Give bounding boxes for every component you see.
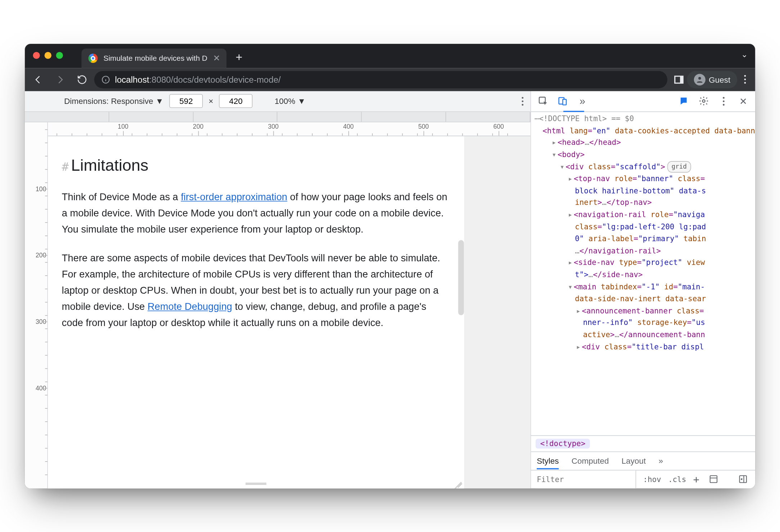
- new-tab-button[interactable]: +: [236, 51, 242, 64]
- devtools-close-button[interactable]: ✕: [735, 94, 750, 109]
- vertical-ruler: 100 200 300 400: [25, 122, 48, 488]
- ruler-tick: 400: [343, 123, 354, 130]
- side-panel-button[interactable]: [674, 75, 684, 83]
- ruler-tick: 600: [493, 123, 504, 130]
- devtools-toolbar: » ✕: [531, 91, 755, 112]
- viewport-canvas: #Limitations Think of Device Mode as a f…: [48, 136, 530, 489]
- resize-handle-bottom[interactable]: [246, 482, 267, 485]
- computed-styles-icon[interactable]: [706, 472, 721, 487]
- ruler-tick: 500: [418, 123, 428, 130]
- profile-button[interactable]: Guest: [687, 71, 737, 88]
- devtools-pane: » ✕ ⋯<!DOCTYPE html> == $0 <html lang="e…: [531, 91, 755, 488]
- svg-rect-6: [563, 100, 566, 105]
- browser-toolbar: localhost:8080/docs/devtools/device-mode…: [25, 68, 755, 91]
- page-paragraph: There are some aspects of mobile devices…: [62, 251, 448, 331]
- elements-tree[interactable]: ⋯<!DOCTYPE html> == $0 <html lang="en" d…: [531, 112, 755, 435]
- grid-badge[interactable]: grid: [667, 161, 691, 172]
- width-input[interactable]: [169, 94, 203, 108]
- height-input[interactable]: [219, 94, 253, 108]
- svg-point-7: [702, 100, 705, 102]
- device-mode-pane: Dimensions: Responsive ▼ × 100% ▼: [25, 91, 531, 488]
- browser-window: Simulate mobile devices with D ✕ + ⌄: [25, 44, 755, 489]
- simulated-page[interactable]: #Limitations Think of Device Mode as a f…: [48, 136, 464, 489]
- whats-new-icon[interactable]: [677, 94, 692, 109]
- content-area: Dimensions: Responsive ▼ × 100% ▼: [25, 91, 755, 488]
- remote-debugging-link[interactable]: Remote Debugging: [148, 302, 232, 313]
- styles-toolbar: :hov .cls +: [531, 470, 755, 488]
- svg-point-3: [698, 77, 700, 79]
- device-toolbar: Dimensions: Responsive ▼ × 100% ▼: [25, 91, 530, 112]
- dimensions-label: Dimensions:: [64, 97, 109, 106]
- zoom-value: 100%: [275, 97, 295, 106]
- media-query-bar[interactable]: [25, 112, 530, 122]
- dimensions-select[interactable]: Dimensions: Responsive ▼: [64, 97, 163, 106]
- profile-label: Guest: [709, 75, 730, 84]
- forward-button[interactable]: [55, 74, 65, 85]
- dimensions-mode: Responsive: [111, 97, 153, 106]
- tab-styles[interactable]: Styles: [537, 456, 559, 466]
- device-mode-toggle[interactable]: [555, 94, 570, 109]
- devtools-menu-button[interactable]: [716, 94, 731, 109]
- elements-breadcrumb[interactable]: <!doctype>: [531, 435, 755, 451]
- chrome-icon: [89, 54, 98, 63]
- tab-title: Simulate mobile devices with D: [103, 54, 207, 63]
- window-minimize-button[interactable]: [45, 52, 51, 59]
- url-port: :8080: [149, 75, 171, 84]
- page-heading: #Limitations: [62, 152, 448, 179]
- tab-close-icon[interactable]: ✕: [213, 54, 221, 63]
- hov-toggle[interactable]: :hov: [643, 475, 661, 483]
- toggle-sidebar-icon[interactable]: [735, 472, 750, 487]
- horizontal-ruler: 100 200 300 400 500 600: [48, 122, 530, 136]
- window-titlebar: Simulate mobile devices with D ✕ + ⌄: [25, 44, 755, 68]
- url-host: localhost: [115, 75, 149, 84]
- window-zoom-button[interactable]: [56, 52, 63, 59]
- window-close-button[interactable]: [33, 52, 40, 59]
- back-button[interactable]: [33, 74, 44, 85]
- styles-filter-input[interactable]: [536, 470, 636, 488]
- ruler-tick: 300: [268, 123, 278, 130]
- cls-toggle[interactable]: .cls: [668, 475, 686, 483]
- site-info-icon[interactable]: [101, 75, 110, 84]
- inspect-element-button[interactable]: [536, 94, 551, 109]
- dropdown-icon: ▼: [155, 97, 163, 106]
- device-toolbar-menu[interactable]: [522, 97, 523, 105]
- browser-menu-button[interactable]: [741, 75, 749, 84]
- tab-layout[interactable]: Layout: [622, 456, 646, 466]
- ruler-tick: 200: [193, 123, 203, 130]
- times-label: ×: [209, 97, 213, 106]
- address-bar[interactable]: localhost:8080/docs/devtools/device-mode…: [94, 71, 667, 88]
- zoom-select[interactable]: 100% ▼: [275, 97, 305, 106]
- browser-tab[interactable]: Simulate mobile devices with D ✕: [81, 49, 226, 68]
- tab-search-button[interactable]: ⌄: [741, 50, 748, 59]
- resize-handle-corner[interactable]: [454, 478, 463, 487]
- settings-icon[interactable]: [696, 94, 711, 109]
- window-controls: [33, 52, 63, 59]
- hash-icon: #: [62, 160, 69, 174]
- page-paragraph: Think of Device Mode as a first-order ap…: [62, 189, 448, 238]
- first-order-link[interactable]: first-order approximation: [181, 192, 287, 203]
- ruler-tick: 100: [118, 123, 128, 130]
- tab-computed[interactable]: Computed: [571, 456, 609, 466]
- avatar-icon: [694, 74, 705, 85]
- page-scrollbar[interactable]: [458, 240, 464, 315]
- svg-rect-8: [710, 476, 717, 483]
- dropdown-icon: ▼: [298, 97, 305, 106]
- more-tabs-button[interactable]: »: [575, 94, 590, 109]
- url-path: /docs/devtools/device-mode/: [171, 75, 281, 84]
- more-tabs-button[interactable]: »: [658, 456, 663, 466]
- styles-tabs: Styles Computed Layout »: [531, 451, 755, 469]
- new-style-rule-button[interactable]: +: [693, 473, 699, 486]
- breadcrumb-item[interactable]: <!doctype>: [536, 439, 590, 448]
- reload-button[interactable]: [77, 74, 87, 85]
